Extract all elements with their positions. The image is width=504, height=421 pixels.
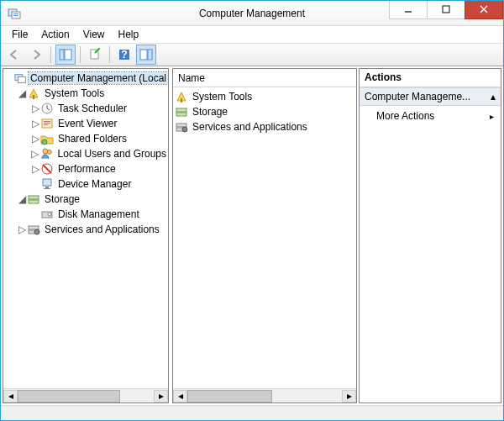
tree-system-tools[interactable]: ◢ System Tools — [3, 86, 168, 101]
svg-rect-33 — [29, 200, 39, 203]
svg-point-24 — [42, 139, 47, 145]
tree-label: Shared Folders — [56, 133, 129, 145]
tree-performance[interactable]: ▷ Performance — [3, 161, 168, 176]
system-tools-icon — [175, 90, 188, 103]
performance-icon — [40, 162, 54, 176]
tree-pane: Computer Management (Local ◢ System Tool… — [3, 68, 169, 403]
task-scheduler-icon — [40, 102, 54, 115]
svg-point-38 — [34, 229, 39, 234]
list-hscroll[interactable]: ◂ ▸ — [173, 388, 356, 403]
svg-point-11 — [98, 48, 100, 50]
svg-rect-18 — [33, 95, 34, 99]
menu-help[interactable]: Help — [113, 27, 145, 42]
scroll-track[interactable] — [18, 390, 154, 403]
svg-rect-9 — [65, 50, 71, 60]
tree-label: System Tools — [43, 87, 106, 99]
toolbar-separator — [80, 46, 81, 63]
svg-rect-14 — [140, 50, 147, 60]
svg-rect-42 — [176, 124, 186, 127]
tree-root[interactable]: Computer Management (Local — [3, 71, 168, 86]
svg-rect-8 — [60, 50, 64, 60]
tree-device-manager[interactable]: Device Manager — [3, 176, 168, 192]
expand-twisty-icon[interactable]: ▷ — [30, 118, 40, 129]
actions-item-label: More Actions — [376, 110, 434, 122]
expand-twisty-icon[interactable]: ▷ — [17, 224, 27, 235]
tree-event-viewer[interactable]: ▷ Event Viewer — [3, 116, 168, 131]
services-apps-icon — [27, 223, 40, 236]
scroll-right-icon[interactable]: ▸ — [154, 390, 168, 403]
toolbar: ? — [1, 43, 503, 66]
list-label: System Tools — [191, 91, 254, 103]
properties-button[interactable] — [85, 45, 105, 65]
svg-rect-30 — [45, 187, 49, 188]
forward-button[interactable] — [26, 45, 46, 65]
list-body[interactable]: System Tools Storage Services and Applic… — [173, 87, 356, 388]
actions-selected-label: Computer Manageme... — [365, 91, 470, 103]
toolbar-separator — [50, 46, 51, 63]
scroll-track[interactable] — [187, 390, 342, 403]
maximize-button[interactable] — [427, 1, 465, 19]
list-pane: Name System Tools Storage Services and A… — [172, 68, 357, 403]
local-users-icon — [40, 147, 54, 161]
svg-rect-22 — [44, 123, 50, 124]
tree-label: Event Viewer — [56, 118, 118, 129]
tree-storage[interactable]: ◢ Storage — [3, 192, 168, 207]
scroll-thumb[interactable] — [18, 390, 120, 403]
help-button[interactable]: ? — [114, 45, 134, 65]
svg-point-26 — [47, 150, 51, 155]
list-column-header-name[interactable]: Name — [173, 69, 356, 87]
menu-bar: File Action View Help — [1, 26, 503, 43]
collapse-twisty-icon[interactable]: ◢ — [17, 193, 27, 205]
tree-hscroll[interactable]: ◂ ▸ — [3, 388, 168, 403]
svg-rect-17 — [18, 76, 25, 82]
system-tools-icon — [27, 87, 40, 100]
list-item-services-apps[interactable]: Services and Applications — [173, 119, 356, 134]
show-hide-action-pane-button[interactable] — [136, 45, 156, 65]
expand-twisty-icon[interactable]: ▷ — [30, 163, 40, 175]
svg-rect-23 — [44, 124, 48, 125]
menu-view[interactable]: View — [77, 27, 111, 42]
svg-rect-31 — [44, 188, 50, 189]
storage-icon — [175, 105, 188, 118]
svg-rect-21 — [44, 121, 50, 122]
tree-label: Device Manager — [56, 178, 133, 190]
minimize-button[interactable] — [389, 1, 428, 19]
actions-more-actions[interactable]: More Actions — [360, 106, 501, 126]
scroll-left-icon[interactable]: ◂ — [173, 390, 187, 403]
back-button[interactable] — [4, 45, 24, 65]
expand-twisty-icon[interactable]: ▷ — [30, 148, 40, 160]
list-item-storage[interactable]: Storage — [173, 104, 356, 119]
list-label: Storage — [191, 106, 229, 118]
scroll-left-icon[interactable]: ◂ — [3, 390, 18, 403]
collapse-section-icon[interactable] — [491, 91, 496, 103]
app-icon — [8, 7, 21, 20]
svg-rect-15 — [148, 50, 152, 60]
tree-task-scheduler[interactable]: ▷ Task Scheduler — [3, 101, 168, 116]
menu-action[interactable]: Action — [35, 27, 75, 42]
svg-rect-41 — [176, 113, 186, 116]
expand-twisty-icon[interactable]: ▷ — [30, 133, 40, 145]
tree-local-users[interactable]: ▷ Local Users and Groups — [3, 146, 168, 161]
close-button[interactable] — [465, 1, 503, 19]
computer-management-icon — [14, 71, 26, 85]
tree-services-apps[interactable]: ▷ Services and Applications — [3, 222, 168, 237]
tree-disk-management[interactable]: Disk Management — [3, 207, 168, 222]
device-manager-icon — [40, 177, 54, 191]
collapse-twisty-icon[interactable]: ◢ — [17, 87, 27, 99]
tree-label: Services and Applications — [43, 224, 161, 235]
tree-label: Disk Management — [56, 208, 141, 220]
services-apps-icon — [175, 120, 188, 134]
actions-selected-node[interactable]: Computer Manageme... — [360, 87, 501, 106]
actions-header: Actions — [360, 69, 501, 87]
svg-point-35 — [48, 213, 51, 216]
disk-management-icon — [40, 208, 54, 221]
menu-file[interactable]: File — [6, 27, 34, 42]
scroll-thumb[interactable] — [187, 390, 272, 403]
list-item-system-tools[interactable]: System Tools — [173, 89, 356, 104]
scroll-right-icon[interactable]: ▸ — [342, 390, 356, 403]
tree-body[interactable]: Computer Management (Local ◢ System Tool… — [3, 69, 168, 388]
svg-rect-36 — [29, 226, 39, 229]
tree-shared-folders[interactable]: ▷ Shared Folders — [3, 131, 168, 146]
expand-twisty-icon[interactable]: ▷ — [30, 103, 40, 114]
show-hide-tree-button[interactable] — [55, 45, 76, 65]
